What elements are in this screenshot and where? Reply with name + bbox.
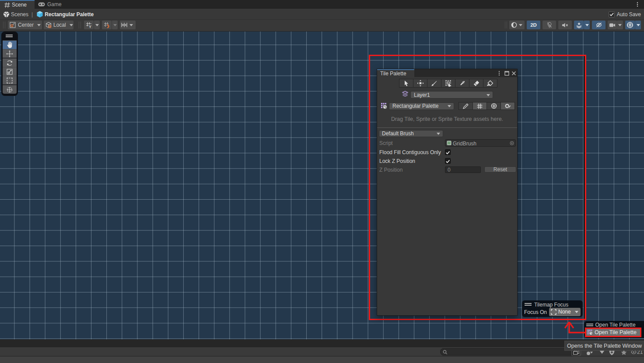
svg-text:Y: Y xyxy=(89,25,91,28)
